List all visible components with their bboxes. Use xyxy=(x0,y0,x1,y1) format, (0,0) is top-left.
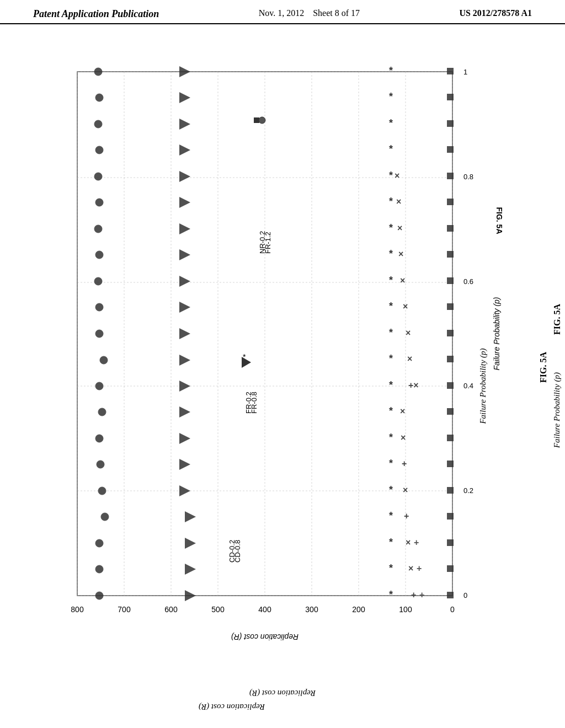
svg-text:200: 200 xyxy=(352,605,365,614)
svg-point-39 xyxy=(97,461,104,468)
svg-text:700: 700 xyxy=(118,605,131,614)
svg-text:×: × xyxy=(403,302,408,311)
svg-text:×: × xyxy=(397,223,402,233)
svg-text:+: + xyxy=(417,564,422,573)
svg-point-53 xyxy=(95,94,103,101)
svg-rect-71 xyxy=(447,173,454,179)
svg-point-52 xyxy=(94,120,102,128)
svg-marker-88 xyxy=(179,276,190,287)
svg-rect-62 xyxy=(447,408,454,415)
svg-point-35 xyxy=(95,565,103,573)
svg-text:800: 800 xyxy=(71,605,84,614)
svg-marker-79 xyxy=(185,511,196,522)
svg-text:FIG. 5A: FIG. 5A xyxy=(495,207,504,234)
svg-rect-73 xyxy=(447,120,454,127)
svg-text:FR-1.2: FR-1.2 xyxy=(264,232,272,254)
svg-rect-67 xyxy=(447,277,454,284)
svg-rect-70 xyxy=(447,199,454,205)
svg-marker-95 xyxy=(179,92,190,103)
svg-text:100: 100 xyxy=(399,605,412,614)
x-axis-label: Replication cost (R) xyxy=(249,688,316,698)
svg-text:1: 1 xyxy=(463,68,467,76)
svg-text:*: * xyxy=(389,248,393,259)
svg-marker-91 xyxy=(179,197,190,208)
svg-text:FR-0.8: FR-0.8 xyxy=(250,392,258,414)
svg-rect-55 xyxy=(447,592,454,598)
svg-point-47 xyxy=(95,251,103,259)
svg-text:0.2: 0.2 xyxy=(463,486,473,495)
svg-text:*: * xyxy=(389,275,393,286)
svg-point-145 xyxy=(259,117,265,124)
svg-text:*: * xyxy=(389,117,393,129)
svg-text:×: × xyxy=(407,354,412,363)
svg-text:+: + xyxy=(404,511,409,521)
svg-text:×: × xyxy=(400,276,405,285)
series-asterisks: * * * * * * * * * * * * * * * * * * * * … xyxy=(389,65,393,600)
svg-text:×: × xyxy=(396,197,401,206)
svg-marker-90 xyxy=(179,223,190,234)
svg-marker-94 xyxy=(179,119,190,130)
y-axis-label-display: Failure Probability (p) xyxy=(552,372,562,448)
svg-point-40 xyxy=(95,435,103,442)
svg-rect-66 xyxy=(447,303,454,310)
svg-point-45 xyxy=(95,303,103,311)
svg-text:Replication cost (R): Replication cost (R) xyxy=(231,633,299,641)
svg-text:*: * xyxy=(389,484,393,495)
svg-marker-92 xyxy=(179,171,190,182)
svg-point-43 xyxy=(100,356,108,364)
svg-text:300: 300 xyxy=(305,605,318,614)
svg-text:+: + xyxy=(414,538,419,547)
header-right: US 2012/278578 A1 xyxy=(459,8,532,20)
svg-rect-64 xyxy=(447,356,454,362)
svg-marker-87 xyxy=(179,302,190,313)
header-center: Nov. 1, 2012 Sheet 8 of 17 xyxy=(259,8,360,20)
svg-text:*: * xyxy=(389,170,393,181)
svg-rect-74 xyxy=(447,94,454,100)
svg-text:*: * xyxy=(389,432,393,443)
svg-text:×: × xyxy=(408,564,413,573)
svg-marker-85 xyxy=(179,355,190,366)
svg-marker-76 xyxy=(185,590,196,601)
svg-text:0: 0 xyxy=(450,605,455,614)
svg-marker-83 xyxy=(179,406,190,417)
svg-text:×: × xyxy=(406,328,411,338)
svg-marker-80 xyxy=(179,485,190,496)
svg-rect-59 xyxy=(447,487,454,494)
svg-rect-75 xyxy=(447,68,454,74)
svg-rect-58 xyxy=(447,513,454,520)
series-circles xyxy=(94,68,109,599)
svg-text:Failure Probability (p): Failure Probability (p) xyxy=(492,297,501,370)
svg-text:0.6: 0.6 xyxy=(463,277,473,286)
svg-text:*: * xyxy=(389,589,393,600)
svg-text:×: × xyxy=(398,249,403,259)
svg-text:600: 600 xyxy=(164,605,178,614)
svg-point-51 xyxy=(95,146,103,154)
svg-text:0.4: 0.4 xyxy=(463,382,473,390)
svg-text:+: + xyxy=(419,590,424,599)
svg-rect-72 xyxy=(447,146,454,153)
svg-point-42 xyxy=(95,382,103,390)
svg-rect-68 xyxy=(447,251,454,258)
svg-text:CD-0.8: CD-0.8 xyxy=(233,540,242,563)
svg-marker-82 xyxy=(179,433,190,444)
series-x: + × × + × + × × +× × × × × × × × × xyxy=(395,171,419,599)
header-left: Patent Application Publication xyxy=(33,8,159,20)
svg-text:+: + xyxy=(411,590,416,599)
svg-text:+: + xyxy=(402,459,407,468)
svg-text:×: × xyxy=(406,538,411,547)
svg-text:*: * xyxy=(389,458,393,469)
svg-marker-96 xyxy=(179,66,190,77)
svg-point-50 xyxy=(94,173,102,180)
svg-marker-147 xyxy=(242,357,251,368)
svg-rect-56 xyxy=(447,565,454,572)
page-header: Patent Application Publication Nov. 1, 2… xyxy=(0,8,565,24)
svg-text:*: * xyxy=(389,563,393,574)
svg-text:×: × xyxy=(395,171,399,180)
svg-marker-84 xyxy=(179,381,190,392)
svg-text:0.8: 0.8 xyxy=(463,173,473,181)
svg-text:*: * xyxy=(389,327,393,338)
svg-text:0: 0 xyxy=(463,591,467,599)
svg-text:*: * xyxy=(389,143,393,154)
svg-text:*: * xyxy=(389,353,393,364)
svg-point-38 xyxy=(98,487,106,495)
